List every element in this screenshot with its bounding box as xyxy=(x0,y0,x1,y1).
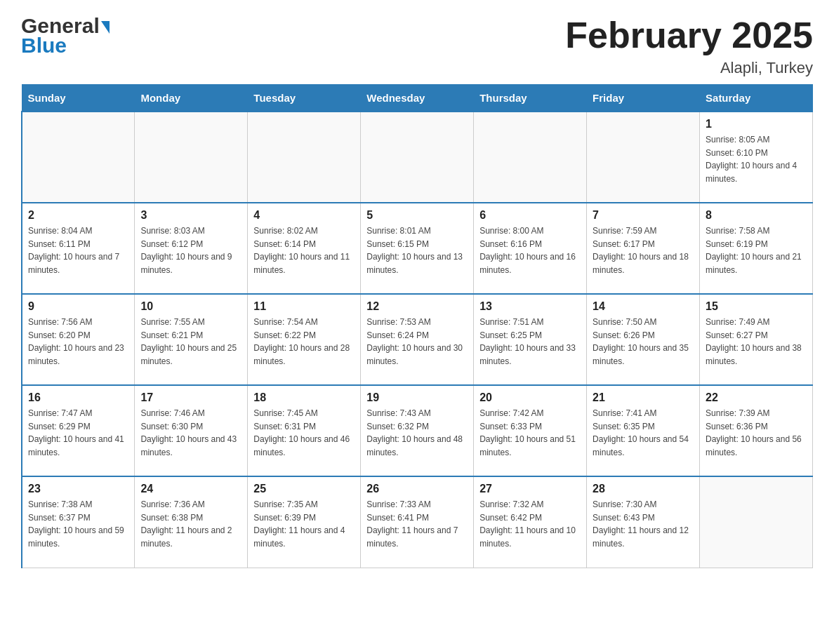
day-info: Sunrise: 7:59 AMSunset: 6:17 PMDaylight:… xyxy=(593,224,694,276)
day-number: 9 xyxy=(28,300,128,313)
calendar-cell: 3Sunrise: 8:03 AMSunset: 6:12 PMDaylight… xyxy=(135,203,248,294)
day-info: Sunrise: 7:38 AMSunset: 6:37 PMDaylight:… xyxy=(28,498,128,550)
calendar-cell: 2Sunrise: 8:04 AMSunset: 6:11 PMDaylight… xyxy=(22,203,135,294)
page-subtitle: Alapli, Turkey xyxy=(565,59,813,77)
calendar-week-2: 2Sunrise: 8:04 AMSunset: 6:11 PMDaylight… xyxy=(22,203,813,294)
calendar-cell: 7Sunrise: 7:59 AMSunset: 6:17 PMDaylight… xyxy=(587,203,700,294)
day-info: Sunrise: 7:53 AMSunset: 6:24 PMDaylight:… xyxy=(366,316,468,368)
day-number: 6 xyxy=(479,209,581,222)
calendar-cell: 19Sunrise: 7:43 AMSunset: 6:32 PMDayligh… xyxy=(361,385,474,476)
calendar-cell: 17Sunrise: 7:46 AMSunset: 6:30 PMDayligh… xyxy=(135,385,248,476)
day-number: 22 xyxy=(706,391,807,404)
day-number: 16 xyxy=(28,391,128,404)
day-info: Sunrise: 7:35 AMSunset: 6:39 PMDaylight:… xyxy=(253,498,355,550)
day-info: Sunrise: 8:00 AMSunset: 6:16 PMDaylight:… xyxy=(479,224,581,276)
calendar-cell: 28Sunrise: 7:30 AMSunset: 6:43 PMDayligh… xyxy=(587,476,700,568)
calendar-week-5: 23Sunrise: 7:38 AMSunset: 6:37 PMDayligh… xyxy=(22,476,813,568)
calendar-cell: 27Sunrise: 7:32 AMSunset: 6:42 PMDayligh… xyxy=(474,476,587,568)
calendar-cell: 9Sunrise: 7:56 AMSunset: 6:20 PMDaylight… xyxy=(22,294,135,385)
calendar-week-1: 1Sunrise: 8:05 AMSunset: 6:10 PMDaylight… xyxy=(22,112,813,203)
day-number: 2 xyxy=(28,209,128,222)
calendar-cell xyxy=(700,476,813,568)
calendar-cell: 13Sunrise: 7:51 AMSunset: 6:25 PMDayligh… xyxy=(474,294,587,385)
day-number: 23 xyxy=(28,483,128,495)
calendar-table: SundayMondayTuesdayWednesdayThursdayFrid… xyxy=(21,84,813,568)
day-number: 21 xyxy=(593,391,694,404)
calendar-cell: 21Sunrise: 7:41 AMSunset: 6:35 PMDayligh… xyxy=(587,385,700,476)
day-number: 27 xyxy=(479,483,581,495)
day-info: Sunrise: 7:55 AMSunset: 6:21 PMDaylight:… xyxy=(140,316,241,368)
day-info: Sunrise: 7:43 AMSunset: 6:32 PMDaylight:… xyxy=(366,407,468,459)
calendar-cell: 1Sunrise: 8:05 AMSunset: 6:10 PMDaylight… xyxy=(700,112,813,203)
weekday-header-thursday: Thursday xyxy=(474,85,587,112)
day-number: 26 xyxy=(366,483,468,495)
calendar-cell: 20Sunrise: 7:42 AMSunset: 6:33 PMDayligh… xyxy=(474,385,587,476)
day-info: Sunrise: 7:46 AMSunset: 6:30 PMDaylight:… xyxy=(140,407,241,459)
day-info: Sunrise: 8:01 AMSunset: 6:15 PMDaylight:… xyxy=(366,224,468,276)
day-number: 13 xyxy=(479,300,581,313)
calendar-body: 1Sunrise: 8:05 AMSunset: 6:10 PMDaylight… xyxy=(22,112,813,568)
weekday-header-monday: Monday xyxy=(135,85,248,112)
calendar-cell: 15Sunrise: 7:49 AMSunset: 6:27 PMDayligh… xyxy=(700,294,813,385)
weekday-header-saturday: Saturday xyxy=(700,85,813,112)
logo-triangle-icon xyxy=(101,21,110,34)
day-info: Sunrise: 7:47 AMSunset: 6:29 PMDaylight:… xyxy=(28,407,128,459)
calendar-cell xyxy=(22,112,135,203)
day-number: 1 xyxy=(706,118,807,130)
weekday-header-tuesday: Tuesday xyxy=(248,85,361,112)
day-info: Sunrise: 8:02 AMSunset: 6:14 PMDaylight:… xyxy=(253,224,355,276)
calendar-cell xyxy=(248,112,361,203)
day-info: Sunrise: 7:33 AMSunset: 6:41 PMDaylight:… xyxy=(366,498,468,550)
weekday-header-sunday: Sunday xyxy=(22,85,135,112)
day-info: Sunrise: 7:54 AMSunset: 6:22 PMDaylight:… xyxy=(253,316,355,368)
page-header: General Blue February 2025 Alapli, Turke… xyxy=(21,14,813,77)
day-info: Sunrise: 8:04 AMSunset: 6:11 PMDaylight:… xyxy=(28,224,128,276)
calendar-cell: 8Sunrise: 7:58 AMSunset: 6:19 PMDaylight… xyxy=(700,203,813,294)
calendar-cell: 22Sunrise: 7:39 AMSunset: 6:36 PMDayligh… xyxy=(700,385,813,476)
day-info: Sunrise: 8:05 AMSunset: 6:10 PMDaylight:… xyxy=(706,133,807,185)
calendar-cell: 23Sunrise: 7:38 AMSunset: 6:37 PMDayligh… xyxy=(22,476,135,568)
day-info: Sunrise: 7:32 AMSunset: 6:42 PMDaylight:… xyxy=(479,498,581,550)
day-number: 18 xyxy=(253,391,355,404)
calendar-cell xyxy=(135,112,248,203)
calendar-cell: 18Sunrise: 7:45 AMSunset: 6:31 PMDayligh… xyxy=(248,385,361,476)
day-info: Sunrise: 7:36 AMSunset: 6:38 PMDaylight:… xyxy=(140,498,241,550)
calendar-week-4: 16Sunrise: 7:47 AMSunset: 6:29 PMDayligh… xyxy=(22,385,813,476)
day-number: 25 xyxy=(253,483,355,495)
weekday-header-wednesday: Wednesday xyxy=(361,85,474,112)
day-number: 24 xyxy=(140,483,241,495)
day-info: Sunrise: 7:39 AMSunset: 6:36 PMDaylight:… xyxy=(706,407,807,459)
calendar-cell: 4Sunrise: 8:02 AMSunset: 6:14 PMDaylight… xyxy=(248,203,361,294)
calendar-cell: 11Sunrise: 7:54 AMSunset: 6:22 PMDayligh… xyxy=(248,294,361,385)
day-number: 20 xyxy=(479,391,581,404)
day-info: Sunrise: 7:58 AMSunset: 6:19 PMDaylight:… xyxy=(706,224,807,276)
day-number: 7 xyxy=(593,209,694,222)
day-info: Sunrise: 8:03 AMSunset: 6:12 PMDaylight:… xyxy=(140,224,241,276)
calendar-cell: 12Sunrise: 7:53 AMSunset: 6:24 PMDayligh… xyxy=(361,294,474,385)
calendar-cell xyxy=(361,112,474,203)
day-info: Sunrise: 7:42 AMSunset: 6:33 PMDaylight:… xyxy=(479,407,581,459)
calendar-cell xyxy=(587,112,700,203)
day-number: 5 xyxy=(366,209,468,222)
day-number: 19 xyxy=(366,391,468,404)
calendar-cell: 14Sunrise: 7:50 AMSunset: 6:26 PMDayligh… xyxy=(587,294,700,385)
weekday-header-friday: Friday xyxy=(587,85,700,112)
calendar-header: SundayMondayTuesdayWednesdayThursdayFrid… xyxy=(22,85,813,112)
calendar-cell: 25Sunrise: 7:35 AMSunset: 6:39 PMDayligh… xyxy=(248,476,361,568)
day-info: Sunrise: 7:51 AMSunset: 6:25 PMDaylight:… xyxy=(479,316,581,368)
logo-blue-text: Blue xyxy=(21,34,67,58)
logo: General Blue xyxy=(21,14,110,58)
calendar-cell xyxy=(474,112,587,203)
day-number: 15 xyxy=(706,300,807,313)
weekday-header-row: SundayMondayTuesdayWednesdayThursdayFrid… xyxy=(22,85,813,112)
day-number: 12 xyxy=(366,300,468,313)
day-info: Sunrise: 7:56 AMSunset: 6:20 PMDaylight:… xyxy=(28,316,128,368)
calendar-cell: 26Sunrise: 7:33 AMSunset: 6:41 PMDayligh… xyxy=(361,476,474,568)
day-info: Sunrise: 7:49 AMSunset: 6:27 PMDaylight:… xyxy=(706,316,807,368)
day-number: 10 xyxy=(140,300,241,313)
page-title: February 2025 xyxy=(565,14,813,56)
day-number: 17 xyxy=(140,391,241,404)
day-number: 3 xyxy=(140,209,241,222)
calendar-cell: 24Sunrise: 7:36 AMSunset: 6:38 PMDayligh… xyxy=(135,476,248,568)
day-number: 28 xyxy=(593,483,694,495)
